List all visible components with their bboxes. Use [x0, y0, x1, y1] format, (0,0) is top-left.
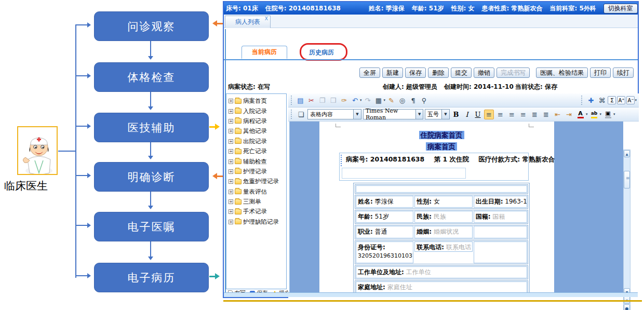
save-icon[interactable]: ▤ — [296, 96, 305, 105]
expand-icon[interactable]: + — [229, 99, 233, 103]
highlight-color-icon[interactable]: ab — [589, 110, 599, 119]
tree-item-scale-eval[interactable]: +量表评估 — [226, 187, 286, 197]
finish-writing-button[interactable]: 完成书写 — [497, 68, 530, 78]
paste-icon[interactable]: ❒ — [328, 96, 338, 105]
field-occupation[interactable]: 职业: 普通 — [356, 226, 413, 238]
zoom-icon[interactable]: ⚲ — [419, 96, 429, 105]
field-work-address[interactable]: 工作单位及地址: 工作单位 — [356, 266, 527, 278]
expand-icon[interactable]: + — [229, 159, 233, 164]
horizontal-scroll-strip[interactable] — [224, 292, 638, 297]
tree-item-other[interactable]: +其他记录 — [226, 126, 286, 136]
continue-print-button[interactable]: 续打 — [613, 68, 634, 78]
expand-icon[interactable]: + — [229, 169, 233, 174]
align-center-icon[interactable]: ≡ — [495, 110, 505, 119]
align-justify-icon[interactable]: ≡ — [518, 110, 528, 119]
switch-department-button[interactable]: 切换科室 — [603, 4, 638, 14]
field-name[interactable]: 姓名: 季湶保 — [356, 196, 413, 208]
tree-item-case-frontpage[interactable]: +病案首页 — [226, 96, 286, 106]
formula-icon[interactable]: Σ — [608, 96, 616, 104]
numbered-list-icon[interactable]: ≣ — [530, 110, 540, 119]
bullet-list-icon[interactable]: ≣ — [541, 110, 551, 119]
empty-field-box[interactable] — [342, 168, 466, 179]
field-marriage[interactable]: 婚姻: 婚姻状况 — [414, 226, 472, 238]
expand-icon[interactable]: + — [229, 190, 233, 194]
undo-button[interactable]: 撤销 — [474, 68, 494, 78]
tree-item-aux-exam[interactable]: +辅助检查 — [226, 156, 286, 166]
tree-item-nursing-defect[interactable]: +护理缺陷记录 — [226, 217, 286, 227]
field-ethnicity[interactable]: 民族: 民族 — [414, 211, 472, 223]
tree-item-death[interactable]: +死亡记录 — [226, 146, 286, 156]
tab-current-record[interactable]: 当前病历 — [242, 46, 287, 59]
field-home-address[interactable]: 家庭地址: 家庭住址 — [356, 281, 527, 293]
underline-icon[interactable]: U — [473, 110, 482, 119]
style-combo[interactable]: 表格内容 ▼ — [307, 109, 361, 119]
expand-icon[interactable]: + — [229, 199, 233, 204]
special-char-icon[interactable]: ⌘ — [597, 96, 607, 105]
fullscreen-button[interactable]: 全屏 — [359, 68, 380, 78]
expand-icon[interactable]: + — [229, 119, 233, 124]
orders-results-button[interactable]: 医嘱、检验结果 — [536, 68, 588, 78]
undo-icon[interactable]: ↶ — [350, 96, 360, 105]
expand-icon[interactable]: + — [229, 109, 233, 114]
scrollbar-thumb[interactable] — [624, 171, 630, 188]
save-button[interactable]: 保存 — [405, 68, 426, 78]
field-gender[interactable]: 性别: 女 — [414, 196, 472, 208]
create-time: 创建时间: 2014-11-10 — [444, 83, 514, 91]
field-nationality[interactable]: 国籍: 国籍 — [474, 211, 527, 223]
tree-item-discharge[interactable]: +出院记录 — [226, 137, 286, 146]
insert-table-icon[interactable]: ▦ — [374, 96, 384, 105]
vertical-scrollbar[interactable]: ▲ ▼ ▲ ● ▼ — [623, 150, 630, 310]
field-phone[interactable]: 联系电话: 联系电话 — [414, 241, 472, 252]
increase-indent-icon[interactable]: ⇥ — [564, 110, 574, 119]
field-birthdate[interactable]: 出生日期: 1963-10-10 — [474, 196, 527, 208]
delete-button[interactable]: 删除 — [428, 68, 449, 78]
cut-icon[interactable]: ✂ — [306, 96, 316, 105]
field-minus-icon[interactable]: A⁻ — [626, 96, 635, 104]
case-header-box[interactable]: 病案号: 201408181638 第 1 次住院 医疗付款方式: 常熟新农合 — [339, 153, 529, 181]
tree-item-critical-nursing[interactable]: +危重护理记录 — [226, 177, 286, 186]
select-browse-object-button[interactable]: ● — [624, 304, 630, 310]
format-painter-icon[interactable]: ✑ — [339, 96, 349, 105]
align-left-icon[interactable]: ≡ — [484, 110, 494, 119]
expand-icon[interactable]: + — [229, 149, 233, 154]
tree-item-surgery[interactable]: +手术记录 — [226, 207, 286, 217]
shading-color-icon[interactable]: ▣ — [603, 110, 613, 119]
font-combo[interactable]: Times New Roman ▼ — [363, 109, 423, 119]
font-size-combo[interactable]: 五号 ▼ — [425, 109, 450, 119]
tree-item-progress[interactable]: +病程记录 — [226, 116, 286, 126]
field-id-number[interactable]: 身份证号:320520196310103748 — [356, 241, 413, 263]
submit-button[interactable]: 提交 — [451, 68, 472, 78]
expand-icon[interactable]: + — [229, 139, 233, 144]
tree-item-admission[interactable]: +入院记录 — [226, 106, 286, 116]
document-page[interactable]: 住院病案首页 病案首页 病案号: 201408181638 第 1 次住院 医疗… — [320, 122, 554, 294]
redo-icon[interactable]: ↷ — [363, 96, 373, 105]
italic-icon[interactable]: I — [462, 110, 472, 119]
tree-item-nursing[interactable]: +护理记录 — [226, 167, 286, 177]
find-icon[interactable]: ◎ — [397, 96, 407, 105]
expand-icon[interactable]: + — [229, 129, 233, 133]
close-tab-icon[interactable]: X — [265, 16, 268, 21]
field-empty[interactable] — [474, 241, 527, 263]
field-empty[interactable] — [474, 226, 527, 238]
patient-age: 年龄: 51岁 — [412, 4, 444, 13]
tree-item-three-chart[interactable]: +三测单 — [226, 197, 286, 207]
field-age[interactable]: 年龄: 51岁 — [356, 211, 413, 223]
new-button[interactable]: 新建 — [382, 68, 403, 78]
print-button[interactable]: 打印 — [590, 68, 611, 78]
expand-icon[interactable]: + — [229, 220, 233, 224]
align-right-icon[interactable]: ≡ — [507, 110, 517, 119]
field-plus-icon[interactable]: A⁺ — [617, 96, 625, 104]
copy-icon[interactable]: ❐ — [317, 96, 327, 105]
scroll-up-button[interactable]: ▲ — [624, 150, 630, 157]
insert-field-icon[interactable]: ✚ — [586, 96, 596, 105]
pencil-icon[interactable]: ✎ — [386, 96, 396, 105]
pilcrow-icon[interactable]: ¶ — [408, 96, 418, 105]
bold-icon[interactable]: B — [451, 110, 461, 119]
decrease-indent-icon[interactable]: ⇤ — [553, 110, 562, 119]
font-color-icon[interactable]: A — [575, 110, 585, 119]
expand-icon[interactable]: + — [229, 209, 233, 214]
empty-cell[interactable] — [356, 185, 527, 193]
expand-icon[interactable]: + — [229, 179, 233, 184]
tab-patient-list[interactable]: 病人列表 X — [225, 16, 271, 28]
doc-properties-icon[interactable]: ❏ — [296, 110, 306, 119]
